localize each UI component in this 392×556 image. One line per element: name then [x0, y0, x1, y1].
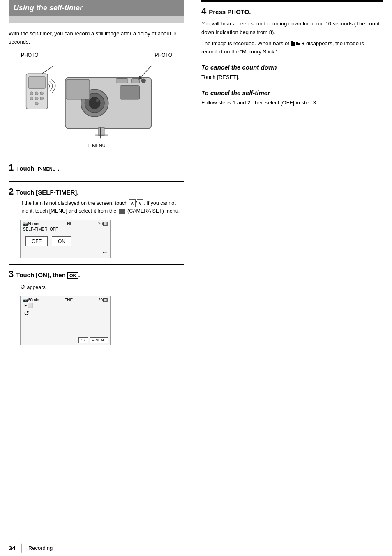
step4-body2: The image is recorded. When bars of ◄ di…	[201, 39, 383, 57]
intro-text: With the self-timer, you can record a st…	[9, 30, 184, 46]
step4-section: 4 Press PHOTO. You will hear a beep soun…	[201, 0, 383, 56]
footer-label: Recording	[28, 545, 53, 551]
svg-point-20	[141, 79, 146, 83]
step4-body: You will hear a beep sound counting down…	[201, 20, 383, 56]
step2-section: 2 Touch [SELF-TIMER]. If the item is not…	[9, 181, 184, 261]
down-arrow-btn[interactable]: ∨	[137, 199, 143, 207]
screen2-counter: 20🔲	[98, 298, 108, 302]
screen2-label: ►⬜	[22, 302, 108, 308]
step4-number: 4	[201, 6, 206, 16]
screen-selftimer-label: SELF-TIMER: OFF	[22, 227, 108, 232]
page-title: Using the self-timer	[14, 4, 180, 12]
screen2-time: 📷60min	[23, 298, 39, 302]
diagram-area: PHOTO PHOTO	[9, 52, 184, 149]
step4-title: Press PHOTO.	[209, 8, 251, 15]
svg-line-18	[140, 66, 152, 78]
step1-pmenu-badge: P-MENU	[36, 166, 58, 172]
right-column: 4 Press PHOTO. You will hear a beep soun…	[193, 0, 392, 540]
screen2-quality: FNE	[65, 298, 73, 302]
screen2-top: 📷60min FNE 20🔲	[22, 298, 108, 302]
photo-label-right: PHOTO	[155, 52, 172, 58]
battery-bars-icon: ◄	[291, 40, 305, 47]
step2-body: If the item is not displayed on the scre…	[20, 199, 184, 215]
page-footer: 34 │ Recording	[0, 540, 392, 556]
left-column: Using the self-timer With the self-timer…	[0, 0, 193, 540]
step3-body: ↺ appears.	[20, 282, 184, 292]
title-box: Using the self-timer	[9, 0, 184, 16]
screen2-bottom: OK P-MENU	[78, 337, 108, 343]
step3-number: 3	[9, 269, 14, 280]
screen-counter: 20🔲	[98, 222, 108, 226]
step1-title: Touch P-MENU.	[16, 165, 60, 172]
svg-point-7	[40, 97, 44, 100]
ok-badge[interactable]: OK	[67, 272, 78, 279]
cancel-selftimer-body: Follow steps 1 and 2, then select [OFF] …	[201, 99, 383, 107]
step1-section: 1 Touch P-MENU.	[9, 158, 184, 178]
step3-header: 3 Touch [ON], then OK.	[9, 269, 184, 280]
step2-number: 2	[9, 186, 14, 197]
screen-quality: FNE	[65, 222, 73, 226]
screen-time: 📷60min	[23, 222, 39, 226]
screen2-ok-btn[interactable]: OK	[78, 337, 88, 343]
camera-set-icon	[119, 208, 125, 214]
camera-svg-container	[18, 58, 175, 140]
svg-point-12	[89, 97, 101, 109]
svg-point-6	[35, 97, 38, 100]
on-button[interactable]: ON	[52, 236, 71, 246]
page-container: Using the self-timer With the self-timer…	[0, 0, 392, 556]
svg-rect-1	[28, 77, 45, 89]
diagram-labels-top: PHOTO PHOTO	[9, 52, 184, 58]
svg-point-13	[96, 99, 99, 102]
svg-rect-14	[116, 79, 128, 83]
svg-point-5	[30, 97, 33, 100]
cancel-selftimer-title: To cancel the self-timer	[201, 89, 383, 96]
pmenu-label: P-MENU	[85, 142, 108, 149]
back-icon[interactable]: ↩	[22, 249, 108, 256]
svg-rect-21	[99, 128, 104, 136]
svg-rect-15	[132, 79, 140, 83]
svg-point-2	[30, 92, 33, 95]
step4-body1: You will hear a beep sound counting down…	[201, 20, 383, 37]
screen-top-bar: 📷60min FNE 20🔲	[22, 222, 108, 226]
step2-header: 2 Touch [SELF-TIMER].	[9, 186, 184, 197]
up-arrow-btn[interactable]: ∧	[129, 199, 136, 207]
svg-line-19	[42, 66, 54, 74]
step4-header: 4 Press PHOTO.	[201, 6, 383, 16]
screen2-pmenu-btn[interactable]: P-MENU	[90, 337, 109, 343]
svg-rect-17	[66, 79, 90, 99]
cancel-countdown-body: Touch [RESET].	[201, 73, 383, 82]
cancel-selftimer-section: To cancel the self-timer Follow steps 1 …	[201, 89, 383, 107]
screen-buttons: OFF ON	[22, 234, 108, 249]
cancel-countdown-title: To cancel the count down	[201, 64, 383, 71]
gray-bar	[9, 16, 184, 23]
screen2-timer-icon: ↺	[22, 308, 108, 318]
off-button[interactable]: OFF	[25, 236, 48, 246]
step2-title: Touch [SELF-TIMER].	[16, 189, 78, 196]
step3-section: 3 Touch [ON], then OK. ↺ appears. 📷60min…	[9, 264, 184, 348]
cancel-countdown-section: To cancel the count down Touch [RESET].	[201, 64, 383, 82]
svg-point-4	[40, 92, 44, 95]
footer-number: 34	[9, 544, 16, 551]
footer-divider: │	[20, 544, 24, 552]
step2-screen: 📷60min FNE 20🔲 SELF-TIMER: OFF OFF ON ↩	[20, 220, 111, 258]
appears-text: appears.	[27, 285, 47, 290]
svg-point-3	[35, 92, 38, 95]
svg-point-8	[35, 102, 38, 105]
step3-title: Touch [ON], then OK.	[16, 271, 80, 279]
step3-screen: 📷60min FNE 20🔲 ►⬜ ↺ OK P-MENU	[20, 296, 111, 345]
svg-rect-16	[120, 86, 140, 99]
main-content: Using the self-timer With the self-timer…	[0, 0, 392, 540]
step1-number: 1	[9, 162, 14, 173]
step1-header: 1 Touch P-MENU.	[9, 162, 184, 173]
camera-illustration	[18, 58, 175, 140]
photo-label-left: PHOTO	[21, 52, 38, 58]
